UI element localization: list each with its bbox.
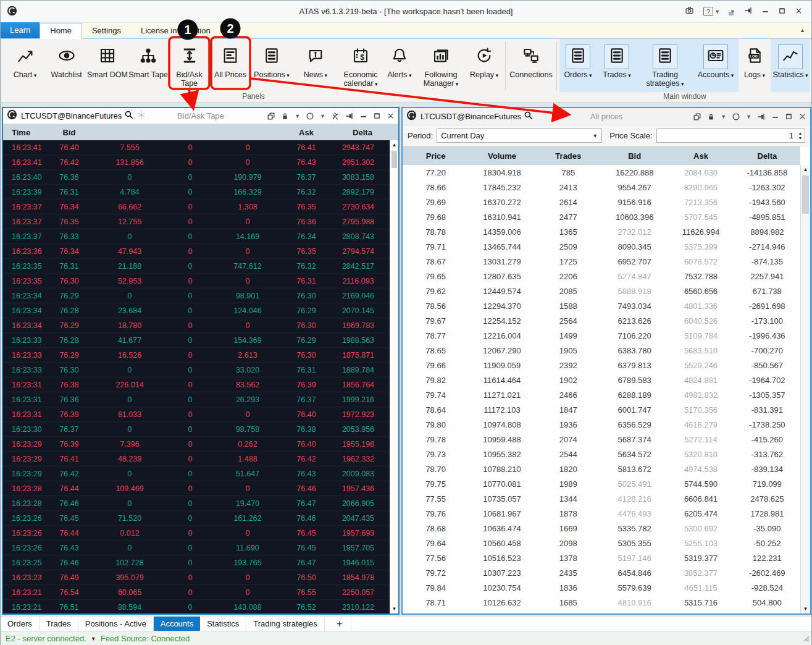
tape-row[interactable]: 16:23:2576.46102.7280193.76576.471946.01… [3, 555, 390, 570]
price-row[interactable]: 77.5510735.05713444128.2166606.8412478.6… [403, 491, 800, 506]
orders-button[interactable]: Orders ▾ [559, 39, 596, 92]
column-header-delta[interactable]: Delta [327, 128, 398, 137]
tape-row[interactable]: 16:23:3476.290098.90176.302169.046 [3, 289, 390, 303]
price-row[interactable]: 79.8410230.75418365579.6394651.115-928.5… [403, 580, 800, 595]
column-header-volume[interactable]: Volume [469, 151, 535, 161]
column-header-delta[interactable]: Delta [734, 151, 800, 161]
price-row[interactable]: 79.6712254.15225646213.6266040.526-173.1… [403, 313, 800, 328]
logs-button[interactable]: LOGLogs ▾ [739, 39, 771, 92]
tape-row[interactable]: 16:23:2876.460019.47076.472066.905 [3, 496, 390, 511]
economic-calendar-button[interactable]: $Economic calendar ▾ [338, 39, 383, 92]
allprices-column-header[interactable]: PriceVolumeTradesBidAskDelta [403, 146, 800, 165]
allprices-scrollbar[interactable]: ▲ ▼ [800, 165, 810, 613]
price-row[interactable]: 78.6411172.10318476001.7475170.356-831.3… [403, 402, 800, 417]
tape-row[interactable]: 16:23:3076.370098.75876.382053.956 [3, 422, 390, 437]
bottom-tab-trading-strategies[interactable]: Trading strategies [246, 617, 325, 631]
scroll-up-icon[interactable]: ▲ [801, 165, 810, 174]
price-row[interactable]: 79.7411271.02124666288.1894982.832-1305.… [403, 387, 800, 402]
menu-tab-learn[interactable]: Learn [1, 22, 40, 38]
tape-row[interactable]: 16:23:3376.300033.02076.311889.784 [3, 363, 390, 377]
stepper-up-icon[interactable]: ▲ [798, 131, 803, 135]
add-tab-button[interactable]: + [329, 617, 351, 631]
price-row[interactable]: 79.6916370.27226149156.9167213.356-1943.… [403, 195, 800, 209]
bid-ask-tape-button[interactable]: Bid/Ask Tape [169, 39, 210, 92]
resize-grip[interactable] [803, 634, 810, 644]
tape-row[interactable]: 16:23:2176.5460.0650076.552250.057 [3, 585, 390, 600]
scrollbar-thumb[interactable] [391, 151, 397, 168]
column-header-time[interactable]: Time [3, 128, 50, 137]
scrollbar-thumb[interactable] [802, 175, 809, 214]
dropdown-icon[interactable]: ▼ [295, 113, 300, 119]
color-circle-icon[interactable] [306, 112, 314, 120]
price-row[interactable]: 79.7510770.08119895025.4915744.590719.09… [403, 476, 800, 491]
tape-row[interactable]: 16:23:4176.407.5550076.412943.747 [3, 140, 390, 155]
lock-icon[interactable] [707, 112, 715, 121]
trades-button[interactable]: Trades ▾ [596, 39, 637, 92]
tape-row[interactable]: 16:23:2676.440.0120076.451957.693 [3, 526, 390, 541]
tape-row[interactable]: 16:23:2976.420051.64776.432009.083 [3, 466, 390, 481]
chevron-down-icon[interactable]: ▼ [714, 9, 720, 15]
pin-icon[interactable] [345, 112, 354, 120]
tape-row[interactable]: 16:23:3976.314.7840166.32976.322892.179 [3, 185, 390, 200]
price-row[interactable]: 79.6410560.45820985305.3555255.103-50.25… [403, 536, 800, 550]
tape-row[interactable]: 16:23:3776.3466.66201.30876.352730.634 [3, 200, 390, 214]
ribbon-collapse-icon[interactable]: ▴ [801, 27, 804, 33]
price-row[interactable]: 78.6810636.47416695335.7825300.692-35.09… [403, 521, 800, 536]
column-header-ask[interactable]: Ask [286, 128, 327, 137]
bidask-scrollbar[interactable]: ▲ ▼ [390, 140, 398, 613]
tape-row[interactable]: 16:23:2976.4148.23901.48876.421962.332 [3, 452, 390, 466]
tape-row[interactable]: 16:23:2676.4571.5200161.26276.462047.435 [3, 511, 390, 526]
price-row[interactable]: 77.2018304.91878516220.8882084.030-14136… [403, 165, 800, 180]
news-button[interactable]: News ▾ [293, 39, 338, 92]
tape-row[interactable]: 16:23:2676.430011.69076.451957.705 [3, 541, 390, 555]
bottom-tab-trades[interactable]: Trades [40, 617, 78, 631]
tape-row[interactable]: 16:23:3776.330014.16976.342808.743 [3, 229, 390, 244]
search-icon[interactable] [524, 111, 533, 122]
help-icon[interactable]: ? [703, 7, 713, 16]
price-row[interactable]: 79.7610681.96718784476.4936205.4741728.9… [403, 506, 800, 521]
tape-row[interactable]: 16:23:3576.3052.9530076.312116.093 [3, 274, 390, 289]
column-header-bid[interactable]: Bid [601, 151, 668, 161]
tools-icon[interactable] [331, 112, 340, 120]
tape-row[interactable]: 16:23:3476.2823.6840124.04676.292070.145 [3, 303, 390, 318]
camera-icon[interactable] [684, 6, 695, 17]
menu-tab-settings[interactable]: Settings [82, 23, 131, 38]
copy-window-icon[interactable] [267, 112, 275, 120]
price-row[interactable]: 78.5612294.37015887493.0344801.336-2691.… [403, 298, 800, 313]
period-select[interactable]: Current Day ▼ [437, 129, 602, 143]
bidask-column-header[interactable]: TimeBidAskDelta [3, 124, 398, 140]
scroll-up-icon[interactable]: ▲ [390, 140, 398, 150]
column-header-price[interactable]: Price [403, 151, 469, 161]
lock-icon[interactable] [281, 112, 289, 120]
dropdown-icon[interactable]: ▼ [721, 114, 726, 120]
price-row[interactable]: 78.7010788.21018205813.6724974.538-839.1… [403, 462, 800, 476]
price-row[interactable]: 79.6611909.05923926379.8135529.246-850.5… [403, 358, 800, 373]
price-row[interactable]: 78.7110126.63216854810.9165315.716504.80… [403, 595, 800, 610]
dropdown-icon[interactable]: ▼ [320, 113, 325, 119]
color-circle-icon[interactable] [732, 112, 740, 121]
price-row[interactable]: 79.8010974.80819366356.5294618.279-1738.… [403, 417, 800, 432]
price-row[interactable]: 79.6212449.57420855888.9186560.656671.73… [403, 284, 800, 298]
stepper-down-icon[interactable]: ▼ [798, 136, 803, 140]
column-header-bid[interactable]: Bid [50, 128, 88, 137]
close-icon[interactable] [795, 6, 803, 17]
watchlist-button[interactable]: Watchlist [46, 39, 87, 92]
maximize-icon[interactable] [785, 112, 793, 120]
chevron-down-icon[interactable]: ▼ [91, 636, 96, 642]
chart-button[interactable]: Chart ▾ [4, 39, 46, 92]
price-row[interactable]: 79.6512807.63522065274.8477532.7882257.9… [403, 269, 800, 284]
tape-row[interactable]: 16:23:3776.3512.7550076.362795.988 [3, 214, 390, 229]
menu-tab-license-information[interactable]: License information [131, 23, 220, 38]
smart-dom-button[interactable]: Smart DOM [87, 39, 128, 92]
snowflake-icon[interactable] [137, 111, 146, 122]
pin-icon[interactable] [757, 112, 766, 121]
trading-strategies-button[interactable]: Trading strategies ▾ [637, 39, 693, 92]
tape-row[interactable]: 16:23:2176.5188.5940143.08876.522310.122 [3, 600, 390, 613]
close-icon[interactable] [387, 112, 395, 120]
tape-row[interactable]: 16:23:3176.38226.014083.56276.391856.764 [3, 377, 390, 392]
tape-row[interactable]: 16:23:3476.2918.7800076.301969.783 [3, 318, 390, 333]
column-header-trades[interactable]: Trades [535, 151, 601, 161]
bottom-tab-orders[interactable]: Orders [1, 617, 40, 631]
bidask-panel-titlebar[interactable]: LTCUSDT@BinanceFutures Bid/Ask Tape ▼▼ [3, 108, 398, 124]
tape-row[interactable]: 16:23:3376.2841.6770154.36976.291988.563 [3, 333, 390, 348]
